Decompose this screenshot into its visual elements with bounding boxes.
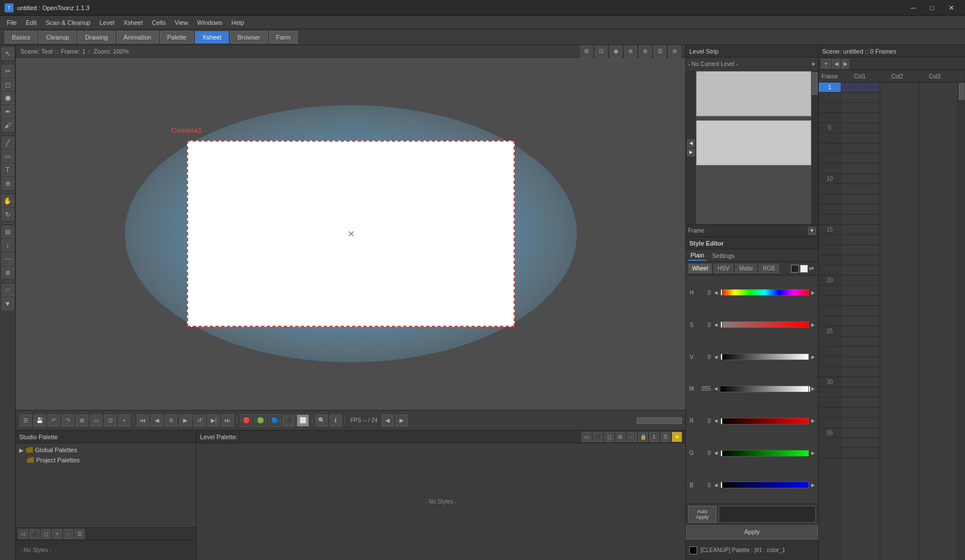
frame-num-37[interactable]: [819, 448, 841, 458]
ctrl-black[interactable]: ⬛: [282, 414, 295, 427]
tab-palette[interactable]: Palette: [160, 31, 194, 43]
level-strip-nav-right[interactable]: ▶: [687, 148, 695, 156]
frame-num-8[interactable]: [819, 154, 841, 164]
xsheet-add-col-button[interactable]: +: [821, 59, 831, 69]
slider-b-track[interactable]: [720, 482, 809, 488]
frame-num-29[interactable]: [819, 367, 841, 377]
lp-btn2[interactable]: ⬛: [593, 432, 603, 442]
slider-v-handle[interactable]: [720, 353, 723, 360]
col1-cell-8[interactable]: [841, 154, 880, 164]
col1-cell-19[interactable]: [841, 265, 880, 275]
frame-num-17[interactable]: [819, 245, 841, 255]
pin-tool[interactable]: ↕: [2, 239, 14, 252]
slider-b-right[interactable]: ▶: [810, 481, 816, 489]
slider-g-left[interactable]: ◀: [713, 449, 719, 457]
menu-help[interactable]: Help: [227, 16, 249, 29]
frame-num-32[interactable]: [819, 397, 841, 408]
swatch-color-b[interactable]: [800, 265, 808, 273]
ctrl-color-r[interactable]: 🔴: [240, 414, 253, 427]
sp-btn4[interactable]: +: [52, 529, 62, 539]
frame-num-20[interactable]: 20: [819, 275, 841, 286]
lp-btn1[interactable]: ▭: [581, 432, 592, 442]
frame-num-5[interactable]: 5: [819, 123, 841, 133]
icon-tb5[interactable]: ⊗: [639, 45, 651, 58]
col1-cell-37[interactable]: [841, 448, 880, 458]
slider-h-track[interactable]: [720, 289, 809, 296]
level-strip-nav-left[interactable]: ◀: [687, 139, 695, 147]
sp-btn2[interactable]: ⬛: [29, 529, 40, 539]
frame-num-18[interactable]: [819, 255, 841, 265]
frame-num-9[interactable]: [819, 164, 841, 174]
frame-num-26[interactable]: [819, 336, 841, 347]
paint-tool[interactable]: 🖌: [2, 119, 14, 132]
frame-num-30[interactable]: 30: [819, 377, 841, 387]
slider-s-handle[interactable]: [720, 321, 723, 328]
col1-cell-7[interactable]: [841, 143, 880, 154]
ctrl-fps-right[interactable]: ▶: [395, 414, 408, 427]
slider-m-handle[interactable]: [808, 386, 811, 392]
col1-cell-25[interactable]: [841, 326, 880, 336]
menu-xsheet[interactable]: Xsheet: [119, 16, 147, 29]
frame-num-10[interactable]: 10: [819, 174, 841, 184]
ctrl-menu[interactable]: ☰: [19, 414, 32, 427]
ctrl-save[interactable]: 💾: [33, 414, 46, 427]
hand-tool[interactable]: ✋: [2, 195, 14, 207]
col1-cell-29[interactable]: [841, 367, 880, 377]
slider-v-right[interactable]: ▶: [810, 353, 816, 361]
ctrl-progress[interactable]: [637, 417, 682, 424]
ctrl-fps-left[interactable]: ◀: [381, 414, 394, 427]
ctrl-zoom-icon[interactable]: 🔍: [315, 414, 328, 427]
menu-level[interactable]: Level: [95, 16, 119, 29]
frame-num-15[interactable]: 15: [819, 225, 841, 235]
select-tool[interactable]: ↖: [2, 47, 14, 60]
level-strip-scrollbar[interactable]: [811, 71, 818, 224]
slider-b-handle[interactable]: [720, 482, 723, 488]
icon-tb7[interactable]: ⊛: [668, 45, 681, 58]
frame-num-11[interactable]: [819, 184, 841, 194]
level-strip-scrollbar-thumb[interactable]: [812, 72, 818, 95]
menu-edit[interactable]: Edit: [21, 16, 41, 29]
lp-highlight-btn[interactable]: ★: [672, 432, 682, 442]
ctrl-box1[interactable]: ⊞: [76, 414, 88, 427]
frame-bar-down[interactable]: ▼: [808, 227, 816, 235]
frame-num-22[interactable]: [819, 296, 841, 306]
col1-cell-32[interactable]: [841, 397, 880, 408]
project-palettes-group[interactable]: Project Palettes: [18, 456, 194, 465]
icon-tb3[interactable]: ◉: [610, 45, 622, 58]
stroke-tool[interactable]: ✒: [2, 106, 14, 118]
ctrl-redo[interactable]: ↷: [62, 414, 74, 427]
se-subtab-matte[interactable]: Matte: [735, 264, 757, 273]
col1-cell-28[interactable]: [841, 357, 880, 367]
ctrl-white[interactable]: ⬜: [297, 414, 309, 427]
icon-tb4[interactable]: ⊕: [624, 45, 637, 58]
col1-cell-18[interactable]: [841, 255, 880, 265]
lp-btn7[interactable]: ↧: [649, 432, 659, 442]
col1-cell-14[interactable]: [841, 215, 880, 225]
slider-g-right[interactable]: ▶: [810, 449, 816, 457]
col1-cell-11[interactable]: [841, 184, 880, 194]
slider-s-right[interactable]: ▶: [810, 321, 816, 329]
global-palettes-group[interactable]: ▶ Global Palettes: [18, 445, 194, 454]
frame-num-19[interactable]: [819, 265, 841, 275]
col1-cell-12[interactable]: [841, 194, 880, 204]
col1-cell-30[interactable]: [841, 377, 880, 387]
frame-num-27[interactable]: [819, 347, 841, 357]
shape-tool[interactable]: ▭: [2, 150, 14, 163]
menu-scan-cleanup[interactable]: Scan & Cleanup: [41, 16, 95, 29]
menu-view[interactable]: View: [170, 16, 193, 29]
frame-num-36[interactable]: [819, 438, 841, 448]
se-tab-plain[interactable]: Plain: [688, 251, 706, 261]
col1-cell-35[interactable]: [841, 428, 880, 438]
col1-cell-26[interactable]: [841, 336, 880, 347]
slider-s-left[interactable]: ◀: [713, 321, 719, 329]
maximize-button[interactable]: □: [923, 0, 941, 16]
col1-cell-22[interactable]: [841, 296, 880, 306]
ctrl-loop[interactable]: ↺: [193, 414, 206, 427]
slider-h-right[interactable]: ▶: [810, 288, 816, 296]
col1-cell-16[interactable]: [841, 235, 880, 245]
tab-animation[interactable]: Animation: [116, 31, 159, 43]
icon-tb6[interactable]: ☰: [654, 45, 666, 58]
se-tab-settings[interactable]: Settings: [710, 251, 737, 260]
col1-cell-6[interactable]: [841, 133, 880, 143]
col1-cell-31[interactable]: [841, 387, 880, 397]
